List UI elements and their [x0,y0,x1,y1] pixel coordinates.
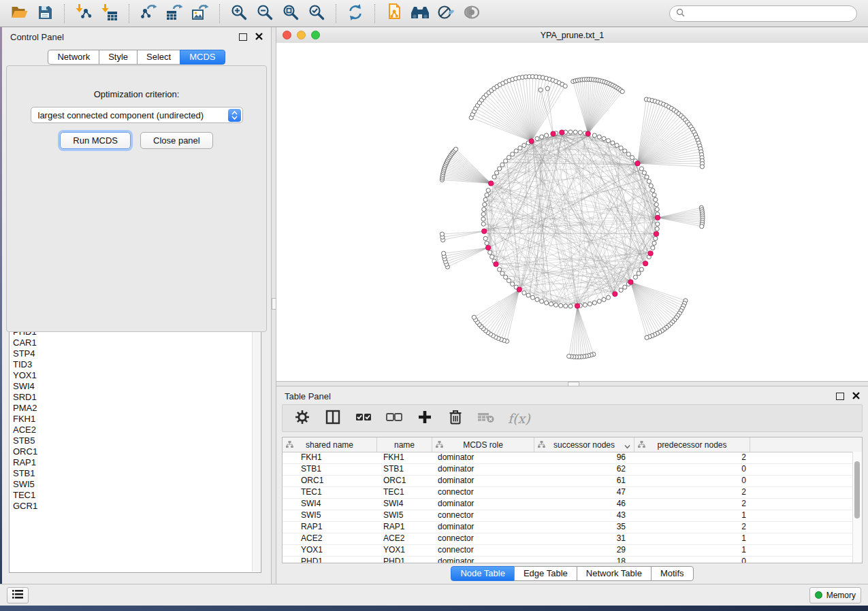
toggle-panels-button[interactable] [324,410,342,427]
tab-style[interactable]: Style [99,50,138,65]
splitter-handle[interactable] [272,298,276,310]
zoom-fit-button[interactable] [278,3,303,24]
main-toolbar [0,0,868,27]
mcds-result-item[interactable]: TEC1 [13,490,250,501]
new-network-from-selection-icon [385,3,403,24]
zoom-in-button[interactable] [227,3,251,24]
hide-selected-button[interactable] [434,3,458,24]
refresh-layout-button[interactable] [343,3,368,24]
table-cell: connector [432,510,534,521]
float-panel-icon[interactable] [836,393,844,400]
mcds-result-item[interactable]: RAP1 [13,457,250,468]
checked-boxes-icon [355,412,372,425]
table-row[interactable]: RAP1RAP1dominator352 [283,522,862,533]
mcds-result-item[interactable]: GCR1 [13,501,250,512]
task-history-button[interactable] [7,587,29,604]
mcds-result-item[interactable]: STP4 [13,348,250,359]
table-row[interactable]: SWI5SWI5connector431 [283,510,862,522]
close-panel-icon[interactable] [852,391,860,401]
save-session-button[interactable] [33,3,57,24]
table-cell: 1 [634,545,750,556]
export-image-button[interactable] [188,3,212,24]
table-cell: 35 [534,522,634,533]
column-header-mcds-role[interactable]: MCDS role [432,437,534,452]
mcds-result-item[interactable]: FKH1 [13,414,250,425]
tab-select[interactable]: Select [137,50,180,65]
column-header-empty [750,437,862,452]
mcds-result-item[interactable]: SWI5 [13,479,250,490]
table-row[interactable]: PHD1PHD1dominator180 [283,557,862,563]
table-column-icon [638,441,645,450]
import-table-button[interactable] [97,3,122,24]
select-all-button[interactable] [355,410,372,427]
splitter-handle[interactable] [568,382,579,386]
mcds-result-item[interactable]: CAR1 [13,337,250,348]
optimization-criterion-select[interactable]: largest connected component (undirected) [31,107,243,123]
table-row[interactable]: YOX1YOX1connector291 [283,545,862,557]
export-network-button[interactable] [136,3,161,24]
new-network-from-selection-button[interactable] [382,3,406,24]
table-row[interactable]: ACE2ACE2connector311 [283,533,862,545]
open-file-button[interactable] [7,3,31,24]
table-row[interactable]: TEC1TEC1connector472 [283,487,862,499]
column-header-shared-name[interactable]: shared name [283,437,377,452]
search-input[interactable] [688,8,850,19]
scrollbar-thumb[interactable] [854,461,860,518]
tab-mcds[interactable]: MCDS [180,50,225,65]
mcds-result-item[interactable]: ACE2 [13,425,250,435]
tab-network[interactable]: Network [48,50,99,65]
tab-edge-table[interactable]: Edge Table [514,566,577,581]
column-header-name[interactable]: name [377,437,432,452]
export-table-button[interactable] [162,3,187,24]
zoom-out-button[interactable] [253,3,277,24]
add-column-button[interactable] [416,410,434,427]
table-row[interactable]: SWI4SWI4dominator462 [283,499,862,510]
zoom-selected-button[interactable] [304,3,329,24]
search-box[interactable] [669,5,857,22]
network-graph[interactable] [276,43,868,381]
show-all-button[interactable] [460,3,484,24]
mcds-result-item[interactable]: PMA2 [13,403,250,414]
table-cell-empty [750,533,862,544]
table-column-icon [538,441,545,450]
float-panel-icon[interactable] [239,33,247,41]
tab-motifs[interactable]: Motifs [651,566,694,581]
mcds-result-item[interactable]: SWI4 [13,381,250,392]
table-cell: STB1 [377,464,432,475]
mcds-result-item[interactable]: ORC1 [13,446,250,457]
table-cell: SWI4 [283,499,377,510]
horizontal-splitter[interactable] [276,381,868,386]
close-panel-icon[interactable] [255,32,263,42]
mcds-result-item[interactable]: STB5 [13,435,250,446]
mcds-result-item[interactable]: SRD1 [13,392,250,403]
table-row[interactable]: STB1STB1dominator620 [283,464,862,476]
column-header-predecessor-nodes[interactable]: predecessor nodes [634,437,750,452]
import-network-button[interactable] [71,3,96,24]
mcds-result-item[interactable]: STB1 [13,468,250,479]
table-row[interactable]: FKH1FKH1dominator962 [283,452,862,464]
deselect-all-button[interactable] [385,410,403,427]
table-settings-button[interactable] [293,410,311,427]
table-scrollbar[interactable] [852,452,862,563]
run-mcds-button[interactable]: Run MCDS [60,132,131,149]
table-cell: FKH1 [377,452,432,463]
vertical-splitter[interactable] [271,27,276,584]
table-cell: dominator [432,476,534,486]
column-header-successor-nodes[interactable]: successor nodes [534,437,634,452]
tab-network-table[interactable]: Network Table [577,566,652,581]
network-canvas[interactable] [276,43,868,381]
network-window-titlebar[interactable]: YPA_prune.txt_1 [276,27,868,44]
mcds-list-scrollbar[interactable] [252,323,260,572]
memory-button[interactable]: Memory [809,587,861,604]
find-button[interactable] [408,3,432,24]
zoom-selected-icon [308,3,325,24]
table-cell: RAP1 [283,522,377,533]
delete-column-button[interactable] [447,410,464,427]
mcds-result-item[interactable]: YOX1 [13,370,250,381]
table-row[interactable]: ORC1ORC1dominator610 [283,476,862,487]
close-panel-button[interactable]: Close panel [140,132,213,149]
tab-node-table[interactable]: Node Table [451,566,515,581]
mcds-result-item[interactable]: TID3 [13,359,250,370]
table-toolbar: f(x) [282,404,863,432]
table-cell: SWI5 [283,510,377,521]
